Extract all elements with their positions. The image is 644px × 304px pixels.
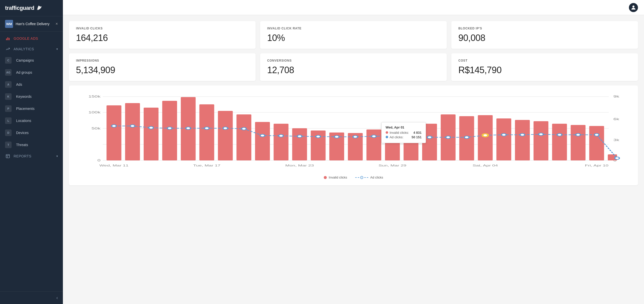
sidebar-item-campaigns[interactable]: C Campaigns <box>0 54 63 66</box>
svg-rect-28 <box>255 122 270 160</box>
logo-text-main: traffic <box>5 5 20 11</box>
conversions-value: 12,708 <box>267 65 440 75</box>
svg-rect-25 <box>199 104 214 160</box>
workspace-close-button[interactable]: × <box>56 22 58 26</box>
keywords-label: Keywords <box>16 95 31 99</box>
sidebar-item-placements[interactable]: P Placements <box>0 103 63 115</box>
svg-rect-35 <box>385 128 400 160</box>
svg-text:Sun, Mar 29: Sun, Mar 29 <box>379 164 406 167</box>
invalid-click-rate-value: 10% <box>267 33 440 43</box>
workspace-row[interactable]: WM Han's Coffee Delivery × <box>0 16 63 32</box>
svg-rect-40 <box>478 115 493 160</box>
svg-point-67 <box>464 136 469 139</box>
svg-rect-37 <box>422 124 437 160</box>
stat-card-conversions: CONVERSIONS 12,708 <box>260 53 447 81</box>
stat-card-invalid-clicks: INVALID CLICKS 164,216 <box>69 21 256 49</box>
svg-text:9k: 9k <box>613 95 619 98</box>
reports-label: REPORTS <box>14 154 31 158</box>
svg-rect-1 <box>8 37 8 40</box>
svg-rect-30 <box>292 128 307 160</box>
svg-rect-41 <box>496 118 511 160</box>
sidebar-item-ad-groups[interactable]: AG Ad groups <box>0 66 63 78</box>
svg-point-62 <box>372 135 376 138</box>
sidebar-item-keywords[interactable]: K Keywords <box>0 91 63 103</box>
svg-point-73 <box>557 134 562 136</box>
placements-badge: P <box>5 105 12 112</box>
svg-point-57 <box>279 135 283 137</box>
campaigns-label: Campaigns <box>16 58 34 62</box>
svg-text:100k: 100k <box>88 111 100 114</box>
chart-svg: 150k 100k 50k 0 9k 6k 3k 0 <box>75 92 632 172</box>
svg-rect-29 <box>274 124 289 160</box>
impressions-value: 5,134,909 <box>76 65 249 75</box>
cost-value: R$145,790 <box>458 65 631 75</box>
svg-point-59 <box>316 135 320 138</box>
svg-text:150k: 150k <box>88 95 100 98</box>
topbar <box>63 0 644 15</box>
invalid-click-rate-label: INVALID CLICK RATE <box>267 27 440 30</box>
logo-text-bold: guard <box>20 5 34 11</box>
legend-ad-clicks: Ad clicks <box>355 176 383 179</box>
threats-badge: T <box>5 142 12 148</box>
reports-chevron-icon: ▾ <box>56 154 58 158</box>
svg-rect-34 <box>367 129 381 160</box>
svg-rect-21 <box>125 103 140 160</box>
stat-card-invalid-click-rate: INVALID CLICK RATE 10% <box>260 21 447 49</box>
svg-rect-45 <box>571 125 585 160</box>
svg-rect-27 <box>236 114 251 160</box>
keywords-badge: K <box>5 93 12 100</box>
svg-text:0: 0 <box>97 159 100 162</box>
nav-item-reports[interactable]: REPORTS ▾ <box>0 151 63 161</box>
stats-row-1: INVALID CLICKS 164,216 INVALID CLICK RAT… <box>69 21 638 49</box>
ad-groups-badge: AG <box>5 69 12 76</box>
stat-card-blocked-ips: BLOCKED IP'S 90,008 <box>451 21 638 49</box>
svg-point-48 <box>112 125 116 127</box>
legend-red-dot <box>324 176 327 179</box>
svg-rect-2 <box>9 38 10 40</box>
stats-row-2: IMPRESSIONS 5,134,909 CONVERSIONS 12,708… <box>69 53 638 81</box>
svg-text:6k: 6k <box>613 117 619 121</box>
analytics-label: ANALYTICS <box>14 47 34 51</box>
sidebar-item-devices[interactable]: D Devices <box>0 127 63 139</box>
ads-badge: A <box>5 81 12 88</box>
trend-up-icon <box>5 47 11 51</box>
sidebar-item-threats[interactable]: T Threats <box>0 139 63 151</box>
svg-rect-20 <box>106 105 121 160</box>
bar-chart-icon <box>5 36 11 41</box>
svg-point-70 <box>502 134 506 136</box>
ad-groups-label: Ad groups <box>16 70 32 74</box>
svg-point-55 <box>242 127 246 130</box>
svg-text:Wed, Mar 11: Wed, Mar 11 <box>99 164 129 167</box>
svg-point-75 <box>594 134 599 136</box>
google-ads-label: GOOGLE ADS <box>14 36 38 40</box>
svg-point-64 <box>409 136 413 139</box>
svg-point-6 <box>632 6 634 8</box>
legend-invalid-clicks-label: Invalid clicks <box>329 176 347 179</box>
svg-rect-3 <box>6 154 10 158</box>
svg-rect-46 <box>589 126 604 160</box>
nav-item-analytics[interactable]: ANALYTICS ▾ <box>0 44 63 54</box>
svg-rect-44 <box>552 124 567 160</box>
user-account-button[interactable] <box>629 3 638 12</box>
svg-point-63 <box>390 135 395 137</box>
locations-label: Locations <box>16 119 31 123</box>
svg-point-65 <box>427 136 432 139</box>
locations-badge: L <box>5 117 12 124</box>
cost-label: COST <box>458 59 631 62</box>
svg-point-51 <box>167 127 172 129</box>
svg-point-56 <box>260 134 265 137</box>
impressions-label: IMPRESSIONS <box>76 59 249 62</box>
invalid-clicks-label: INVALID CLICKS <box>76 27 249 30</box>
svg-point-49 <box>130 125 135 127</box>
legend-invalid-clicks: Invalid clicks <box>324 176 347 179</box>
svg-point-54 <box>223 127 228 129</box>
sidebar-collapse-button[interactable]: ‹ <box>0 291 63 304</box>
dashboard-content: INVALID CLICKS 164,216 INVALID CLICK RAT… <box>63 15 644 304</box>
logo-wing-icon <box>35 5 42 12</box>
main-content: INVALID CLICKS 164,216 INVALID CLICK RAT… <box>63 0 644 304</box>
nav-item-google-ads[interactable]: GOOGLE ADS <box>0 33 63 44</box>
conversions-label: CONVERSIONS <box>267 59 440 62</box>
svg-point-71 <box>520 134 525 136</box>
sidebar-item-ads[interactable]: A Ads <box>0 78 63 91</box>
sidebar-item-locations[interactable]: L Locations <box>0 115 63 127</box>
